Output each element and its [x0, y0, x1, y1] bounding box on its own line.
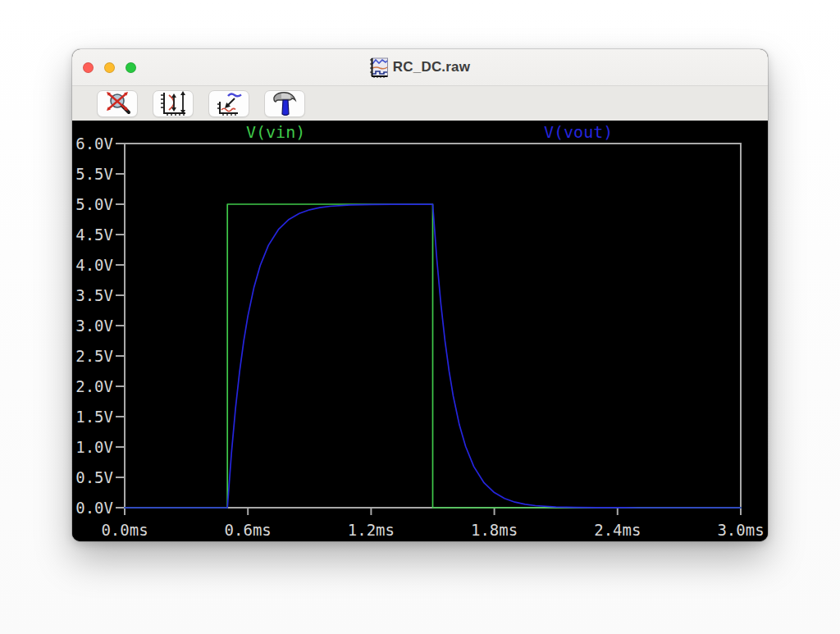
- title-group: RC_DC.raw: [72, 57, 768, 78]
- close-button[interactable]: [83, 62, 94, 73]
- y-tick-label: 2.0V: [75, 377, 113, 395]
- waveform-plot-area[interactable]: V(vin) V(vout) 6.0V5.5V5.0V4.5V4.0V3.5V3…: [72, 121, 768, 541]
- minimize-button[interactable]: [104, 62, 115, 73]
- magnifier-red-x-icon: [102, 92, 133, 115]
- y-tick-label: 2.5V: [75, 347, 113, 365]
- y-tick-label: 5.5V: [75, 165, 113, 183]
- y-tick-label: 5.0V: [75, 195, 113, 213]
- x-tick-label: 1.2ms: [348, 521, 395, 539]
- trace-vvin[interactable]: [125, 204, 741, 508]
- x-tick-label: 0.6ms: [225, 521, 272, 539]
- x-tick-label: 2.4ms: [594, 521, 641, 539]
- axis-vertical-arrows-icon: [158, 91, 189, 116]
- y-tick-label: 3.5V: [75, 286, 113, 304]
- hammer-icon: [270, 91, 299, 116]
- y-tick-label: 3.0V: [75, 317, 113, 335]
- document-waveform-icon: [370, 57, 388, 78]
- waveform-canvas[interactable]: 6.0V5.5V5.0V4.5V4.0V3.5V3.0V2.5V2.0V1.5V…: [72, 121, 768, 541]
- y-tick-label: 4.0V: [75, 256, 113, 274]
- traffic-lights: [83, 49, 136, 86]
- x-tick-label: 3.0ms: [717, 521, 764, 539]
- toolbar: [72, 86, 768, 121]
- x-tick-label: 0.0ms: [101, 521, 148, 539]
- y-tick-label: 1.5V: [75, 408, 113, 426]
- y-tick-label: 4.5V: [75, 226, 113, 244]
- axis-traces-arrow-icon: [213, 91, 244, 116]
- titlebar[interactable]: RC_DC.raw: [72, 49, 768, 86]
- y-tick-label: 0.5V: [75, 468, 113, 486]
- y-tick-label: 6.0V: [75, 135, 113, 153]
- zoom-back-button[interactable]: [97, 90, 138, 117]
- zoom-button[interactable]: [126, 62, 136, 73]
- y-tick-label: 0.0V: [75, 499, 113, 517]
- control-panel-button[interactable]: [264, 90, 305, 117]
- x-tick-label: 1.8ms: [471, 521, 518, 539]
- window-title: RC_DC.raw: [393, 59, 470, 75]
- y-tick-label: 1.0V: [75, 438, 113, 456]
- desktop: RC_DC.raw: [0, 0, 840, 634]
- plot-settings-button[interactable]: [208, 90, 249, 117]
- ltspice-waveform-window: RC_DC.raw: [72, 49, 768, 541]
- autorange-button[interactable]: [153, 90, 194, 117]
